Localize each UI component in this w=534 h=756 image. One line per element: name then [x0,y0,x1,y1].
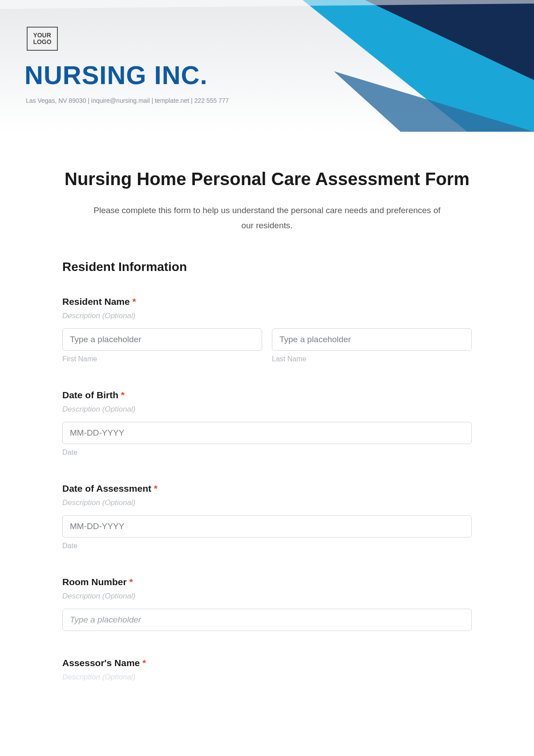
required-mark: * [142,658,146,668]
page-title: Nursing Home Personal Care Assessment Fo… [62,167,472,190]
required-mark: * [129,577,133,587]
header-banner: YOUR LOGO NURSING INC. Las Vegas, NV 890… [0,0,534,132]
label-resident-name: Resident Name * [62,296,472,307]
desc-resident-name: Description (Optional) [62,311,472,320]
first-name-input[interactable] [62,328,262,351]
desc-dob: Description (Optional) [62,405,472,414]
company-contact-line: Las Vegas, NV 89030 | inquire@nursing.ma… [26,97,229,104]
room-number-input[interactable] [62,609,472,631]
required-mark: * [121,390,125,400]
label-doa: Date of Assessment * [62,483,472,494]
field-date-of-assessment: Date of Assessment * Description (Option… [62,483,472,550]
form-container: Nursing Home Personal Care Assessment Fo… [62,167,472,682]
required-mark: * [133,296,136,307]
sublabel-dob: Date [62,449,472,457]
required-mark: * [154,483,158,493]
field-assessor-name: Assessor's Name * Description (Optional) [62,658,472,682]
company-name: NURSING INC. [24,60,208,90]
field-resident-name: Resident Name * Description (Optional) F… [62,296,472,363]
label-dob: Date of Birth * [62,390,472,400]
last-name-input[interactable] [272,328,472,351]
desc-room: Description (Optional) [62,592,472,601]
page-subtitle: Please complete this form to help us und… [93,203,441,233]
sublabel-last-name: Last Name [272,355,472,363]
label-room: Room Number * [62,577,472,587]
logo-placeholder: YOUR LOGO [27,27,58,51]
field-room-number: Room Number * Description (Optional) [62,577,472,631]
section-resident-info: Resident Information [62,260,472,274]
sublabel-doa: Date [62,542,472,550]
dob-input[interactable] [62,422,472,444]
label-assessor: Assessor's Name * [62,658,472,668]
doa-input[interactable] [62,515,472,538]
logo-text: YOUR LOGO [33,32,51,46]
sublabel-first-name: First Name [62,355,262,363]
desc-doa: Description (Optional) [62,498,472,507]
desc-assessor: Description (Optional) [62,673,472,682]
field-date-of-birth: Date of Birth * Description (Optional) D… [62,390,472,457]
